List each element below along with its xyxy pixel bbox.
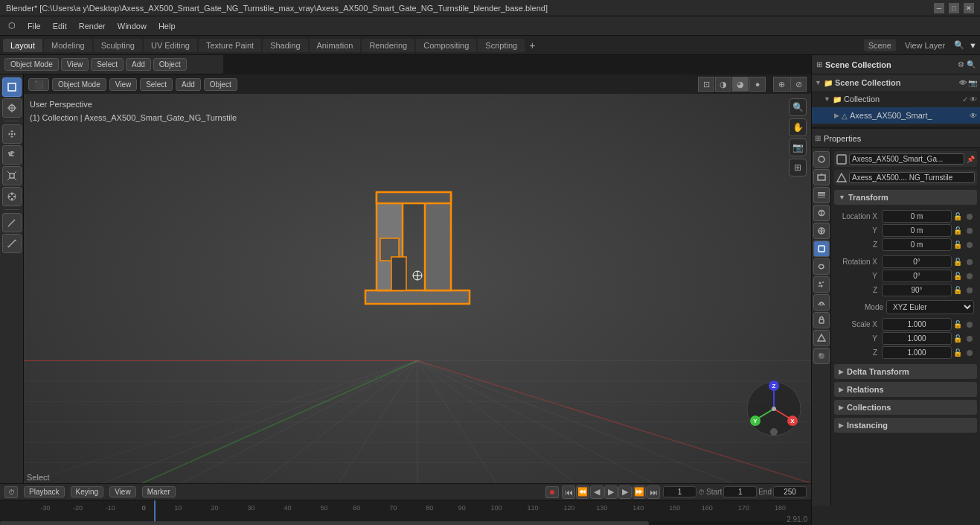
scale-x-lock[interactable]: 🔓 xyxy=(953,320,965,328)
relations-section[interactable]: ▶ Relations xyxy=(834,382,977,397)
viewlayer-properties-tab[interactable] xyxy=(813,187,830,203)
prev-keyframe-button[interactable]: ⏪ xyxy=(576,486,589,499)
tab-scripting[interactable]: Scripting xyxy=(478,39,525,52)
camera-view-button[interactable]: 📷 xyxy=(789,139,807,156)
add-workspace-button[interactable]: + xyxy=(526,39,538,51)
tree-scene-collection[interactable]: ▼ 📁 Scene Collection 👁 📷 xyxy=(812,74,980,91)
render-shading[interactable]: ● xyxy=(749,77,766,92)
properties-editor-icon[interactable]: ⊞ xyxy=(815,134,821,142)
rot-z-lock[interactable]: 🔓 xyxy=(953,286,965,294)
outliner-filter-icon[interactable]: ⚙ xyxy=(958,60,964,69)
tab-compositing[interactable]: Compositing xyxy=(416,39,476,52)
viewport-add-menu[interactable]: Add xyxy=(176,78,201,91)
transform-section-header[interactable]: ▼ Transform xyxy=(834,190,977,205)
scene-properties-tab[interactable] xyxy=(813,205,830,221)
filter-icon[interactable]: ▼ xyxy=(969,41,977,50)
scale-z-keyframe[interactable] xyxy=(967,350,973,356)
menu-edit[interactable]: Edit xyxy=(48,20,72,32)
blender-logo[interactable]: ⬡ xyxy=(3,19,21,32)
navigation-gizmo[interactable]: Z X Y xyxy=(744,379,804,439)
search-icon[interactable]: 🔍 xyxy=(954,40,964,50)
viewport-object-menu[interactable]: Object xyxy=(204,78,237,91)
scale-z-lock[interactable]: 🔓 xyxy=(953,349,965,357)
loc-x-value[interactable]: 0 m xyxy=(882,210,952,223)
annotate-button[interactable] xyxy=(2,213,22,232)
select-box-button[interactable] xyxy=(2,77,22,97)
outliner-search-icon[interactable]: 🔍 xyxy=(967,60,976,69)
view-menu-tl[interactable]: View xyxy=(109,486,136,497)
cursor-button[interactable] xyxy=(2,98,22,118)
loc-x-keyframe[interactable] xyxy=(967,214,973,220)
record-button[interactable] xyxy=(545,486,559,498)
world-properties-tab[interactable] xyxy=(813,223,830,239)
current-frame-input[interactable] xyxy=(663,486,696,497)
timeline-track[interactable]: -30 -20 -10 0 10 20 30 40 50 60 70 80 90… xyxy=(0,500,811,525)
loc-y-value[interactable]: 0 m xyxy=(882,224,952,237)
tab-layout[interactable]: Layout xyxy=(3,39,42,52)
end-frame-input[interactable] xyxy=(773,486,807,497)
scale-x-keyframe[interactable] xyxy=(967,322,973,328)
view-menu[interactable]: View xyxy=(61,58,89,71)
tab-modeling[interactable]: Modeling xyxy=(44,39,92,52)
ortho-view-button[interactable]: ⊞ xyxy=(789,159,807,176)
maximize-button[interactable]: □ xyxy=(949,3,959,13)
hide-toggle[interactable]: 👁 xyxy=(959,79,967,87)
hide-toggle[interactable]: 👁 xyxy=(970,95,977,104)
zoom-to-fit-button[interactable]: 🔍 xyxy=(789,98,807,116)
pan-view-button[interactable]: ✋ xyxy=(789,118,807,136)
instancing-section[interactable]: ▶ Instancing xyxy=(834,418,977,433)
object-menu[interactable]: Object xyxy=(153,58,187,71)
scale-y-keyframe[interactable] xyxy=(967,336,973,342)
prev-frame-button[interactable]: ◀ xyxy=(590,486,603,499)
object-name-input[interactable] xyxy=(849,153,964,165)
tab-animation[interactable]: Animation xyxy=(310,39,361,52)
loc-y-keyframe[interactable] xyxy=(967,228,973,234)
measure-button[interactable] xyxy=(2,234,22,253)
menu-file[interactable]: File xyxy=(22,20,46,32)
viewport-mode[interactable]: Object Mode xyxy=(52,78,106,91)
constraints-properties-tab[interactable] xyxy=(813,312,830,328)
object-properties-tab[interactable] xyxy=(813,241,830,257)
rot-z-value[interactable]: 90° xyxy=(882,284,952,296)
loc-y-lock[interactable]: 🔓 xyxy=(953,226,965,235)
start-frame-input[interactable] xyxy=(723,486,757,497)
scale-y-lock[interactable]: 🔓 xyxy=(953,334,965,343)
tab-sculpting[interactable]: Sculpting xyxy=(94,39,142,52)
close-button[interactable]: ✕ xyxy=(964,3,974,13)
menu-help[interactable]: Help xyxy=(153,20,181,32)
tab-shading[interactable]: Shading xyxy=(263,39,307,52)
material-shading[interactable]: ◕ xyxy=(732,77,749,92)
rot-y-keyframe[interactable] xyxy=(967,273,973,279)
next-frame-button[interactable]: ▶ xyxy=(618,486,632,499)
add-menu[interactable]: Add xyxy=(126,58,151,71)
tree-collection[interactable]: ▼ 📁 Collection ✓ 👁 xyxy=(812,91,980,107)
rot-x-keyframe[interactable] xyxy=(967,259,973,265)
rotate-button[interactable] xyxy=(2,145,22,165)
xray-toggle[interactable]: ⊘ xyxy=(790,77,807,92)
menu-window[interactable]: Window xyxy=(112,20,152,32)
collections-section[interactable]: ▶ Collections xyxy=(834,400,977,415)
hide-toggle[interactable]: 👁 xyxy=(970,112,977,120)
loc-z-value[interactable]: 0 m xyxy=(882,238,952,251)
rot-z-keyframe[interactable] xyxy=(967,287,973,293)
viewport-view-menu[interactable]: View xyxy=(109,78,138,91)
menu-render[interactable]: Render xyxy=(74,20,111,32)
check-icon[interactable]: ✓ xyxy=(962,95,968,104)
scale-button[interactable] xyxy=(2,166,22,185)
tab-texture-paint[interactable]: Texture Paint xyxy=(199,39,261,52)
tree-axess-object[interactable]: ▶ △ Axess_AX500_Smart_ 👁 xyxy=(812,107,980,124)
rot-x-value[interactable]: 0° xyxy=(882,255,952,268)
delta-transform-section[interactable]: ▶ Delta Transform xyxy=(834,364,977,379)
output-properties-tab[interactable] xyxy=(813,169,830,185)
physics-properties-tab[interactable] xyxy=(813,294,830,311)
material-properties-tab[interactable] xyxy=(813,348,830,364)
scene-selector[interactable]: Scene xyxy=(864,39,896,51)
particle-properties-tab[interactable] xyxy=(813,276,830,293)
mesh-name-input[interactable] xyxy=(849,172,975,183)
rot-y-lock[interactable]: 🔓 xyxy=(953,272,965,280)
render-properties-tab[interactable] xyxy=(813,151,830,168)
scale-y-value[interactable]: 1.000 xyxy=(882,332,952,345)
select-menu[interactable]: Select xyxy=(91,58,124,71)
outliner-editor-icon[interactable]: ⊞ xyxy=(816,60,822,69)
timeline-scrollbar[interactable] xyxy=(0,521,811,525)
